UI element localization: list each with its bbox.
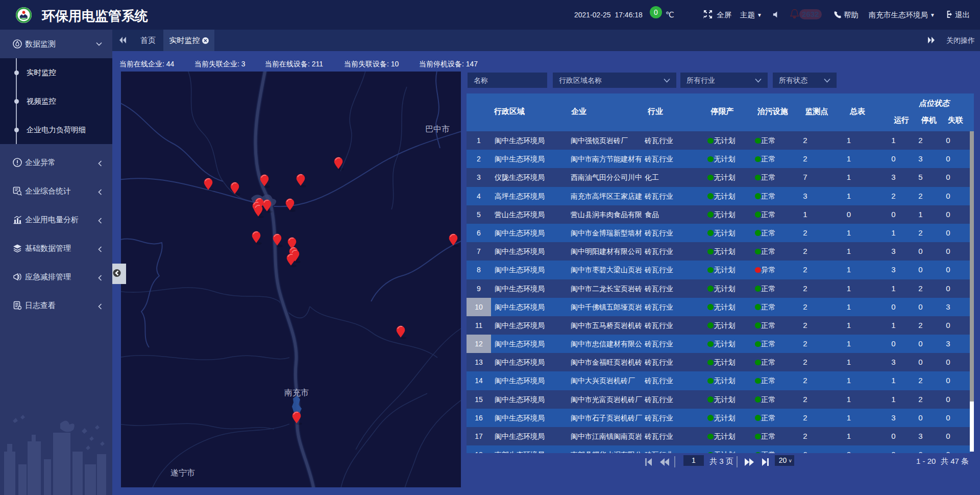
svg-text:南充市: 南充市 [284,388,309,397]
svg-text:遂宁市: 遂宁市 [170,468,195,477]
svg-text:巴中市: 巴中市 [425,125,450,133]
